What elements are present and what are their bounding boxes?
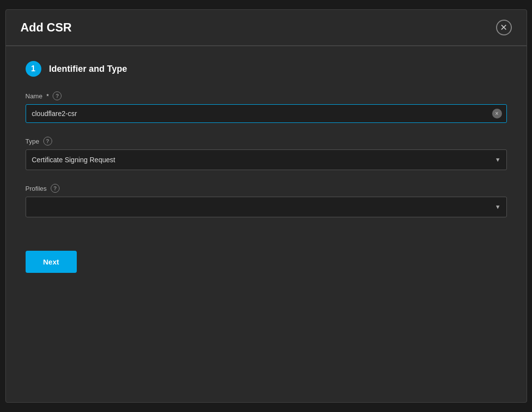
modal-header: Add CSR ✕ <box>6 10 527 46</box>
modal-title: Add CSR <box>21 21 72 34</box>
step-header: 1 Identifier and Type <box>26 61 507 77</box>
step-title: Identifier and Type <box>49 64 127 74</box>
profiles-help-icon[interactable]: ? <box>51 184 60 193</box>
type-help-icon[interactable]: ? <box>43 137 52 146</box>
name-clear-button[interactable]: × <box>492 109 502 118</box>
step-badge: 1 <box>26 61 41 77</box>
type-select[interactable]: Certificate Signing Request <box>26 149 507 170</box>
name-input-wrapper: × <box>26 104 507 123</box>
form-section: Name * ? × Type ? Certificate Signing Re <box>26 91 507 217</box>
name-label: Name * ? <box>26 91 507 100</box>
type-label: Type ? <box>26 137 507 146</box>
name-form-group: Name * ? × <box>26 91 507 123</box>
profiles-form-group: Profiles ? ▼ <box>26 184 507 217</box>
type-form-group: Type ? Certificate Signing Request ▼ <box>26 137 507 170</box>
name-label-text: Name <box>26 92 43 100</box>
close-button[interactable]: ✕ <box>496 20 512 35</box>
profiles-select[interactable] <box>26 197 507 217</box>
next-button[interactable]: Next <box>26 251 77 273</box>
profiles-select-wrapper: ▼ <box>26 197 507 217</box>
type-label-text: Type <box>26 138 39 145</box>
name-help-icon[interactable]: ? <box>53 91 62 100</box>
add-csr-modal: Add CSR ✕ 1 Identifier and Type Name * ?… <box>5 9 527 403</box>
name-input[interactable] <box>26 104 507 123</box>
name-required-star: * <box>46 92 49 100</box>
profiles-label-text: Profiles <box>26 185 47 192</box>
profiles-label: Profiles ? <box>26 184 507 193</box>
modal-body: 1 Identifier and Type Name * ? × Type <box>6 46 527 288</box>
type-select-wrapper: Certificate Signing Request ▼ <box>26 149 507 170</box>
